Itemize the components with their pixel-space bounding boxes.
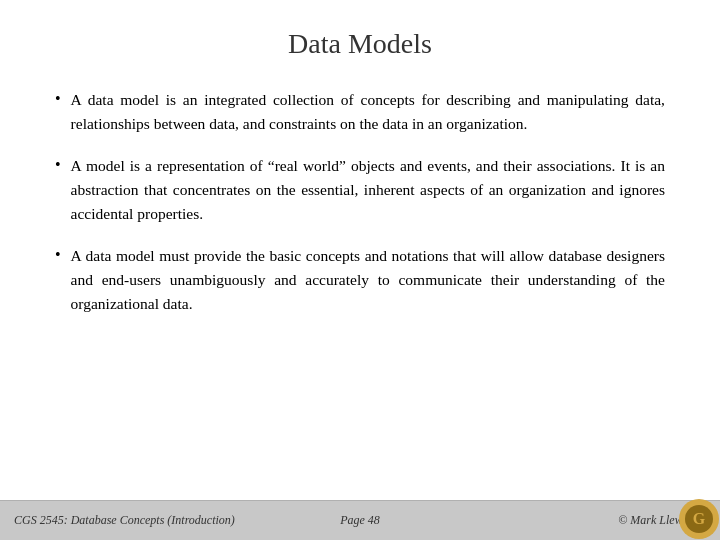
slide-container: Data Models • A data model is an integra…	[0, 0, 720, 540]
bullet-dot-3: •	[55, 246, 61, 264]
bullet-text-2: A model is a representation of “real wor…	[71, 154, 665, 226]
bullet-item-2: • A model is a representation of “real w…	[55, 154, 665, 226]
bullet-text-3: A data model must provide the basic conc…	[71, 244, 665, 316]
slide-title: Data Models	[0, 0, 720, 78]
logo-circle: G	[679, 499, 719, 539]
bullet-text-1: A data model is an integrated collection…	[71, 88, 665, 136]
footer-page: Page 48	[340, 513, 380, 528]
logo-inner-circle: G	[685, 505, 713, 533]
bullet-dot-2: •	[55, 156, 61, 174]
footer-course: CGS 2545: Database Concepts (Introductio…	[14, 513, 235, 528]
slide-footer: CGS 2545: Database Concepts (Introductio…	[0, 500, 720, 540]
bullet-item-1: • A data model is an integrated collecti…	[55, 88, 665, 136]
footer-logo: G	[678, 498, 720, 540]
bullet-dot-1: •	[55, 90, 61, 108]
logo-symbol: G	[693, 510, 705, 528]
slide-content: • A data model is an integrated collecti…	[0, 78, 720, 500]
bullet-item-3: • A data model must provide the basic co…	[55, 244, 665, 316]
